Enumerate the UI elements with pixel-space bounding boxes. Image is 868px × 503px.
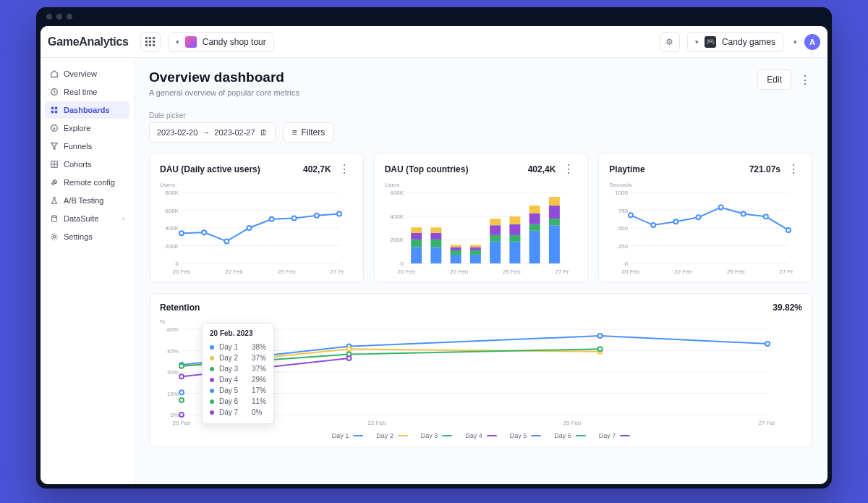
clock-icon (50, 88, 59, 96)
browser-frame: GameAnalytics ▾ Candy shop tour ⚙ ▾ 🎮 Ca… (36, 7, 832, 489)
svg-text:1000: 1000 (616, 190, 629, 196)
svg-rect-51 (450, 255, 461, 263)
sidebar-item-cohorts[interactable]: Cohorts (45, 156, 129, 173)
tooltip-title: 20 Feb. 2023 (210, 329, 266, 337)
sidebar-item-label: Real time (64, 88, 97, 96)
tooltip-dot (210, 345, 214, 350)
svg-rect-46 (411, 227, 422, 233)
card-more-button[interactable]: ⋮ (560, 162, 577, 176)
tooltip-label: Day 4 (219, 374, 247, 385)
legend-item[interactable]: Day 4 (465, 432, 497, 439)
game-selector[interactable]: ▾ Candy shop tour (168, 32, 274, 52)
svg-rect-2 (55, 107, 57, 109)
svg-rect-47 (430, 247, 441, 263)
svg-rect-64 (509, 235, 520, 242)
legend-swatch (442, 435, 452, 436)
svg-rect-59 (490, 242, 501, 263)
tooltip-row: Day 337% (210, 363, 266, 374)
game-name: Candy shop tour (203, 37, 266, 47)
legend-item[interactable]: Day 5 (510, 432, 542, 439)
svg-text:22 Feb: 22 Feb (450, 269, 468, 275)
svg-rect-71 (549, 225, 560, 263)
legend-item[interactable]: Day 1 (332, 432, 364, 439)
org-selector[interactable]: ▾ 🎮 Candy games (687, 32, 783, 52)
card-more-button[interactable]: ⋮ (336, 162, 353, 176)
page-more-button[interactable]: ⋮ (797, 73, 813, 87)
sidebar-item-a-b-testing[interactable]: A/B Testing (45, 192, 129, 209)
svg-point-116 (346, 347, 351, 351)
card-more-button[interactable]: ⋮ (785, 162, 802, 176)
svg-rect-68 (529, 224, 540, 231)
gear-icon (50, 232, 59, 241)
svg-text:27 Feb: 27 Feb (780, 269, 793, 275)
date-from: 2023-02-20 (157, 128, 197, 137)
svg-point-122 (346, 356, 351, 360)
tooltip-row: Day 611% (210, 396, 266, 407)
legend-item[interactable]: Day 7 (599, 432, 631, 439)
svg-rect-69 (529, 214, 540, 224)
tooltip-row: Day 138% (210, 342, 266, 352)
sidebar-item-remote-config[interactable]: Remote config (45, 174, 129, 191)
home-icon (50, 69, 59, 78)
svg-text:22 Feb: 22 Feb (675, 269, 693, 275)
legend-item[interactable]: Day 3 (421, 432, 453, 439)
settings-button[interactable]: ⚙ (660, 32, 680, 52)
card-value: 721.07s (749, 164, 780, 174)
tooltip-value: 37% (252, 352, 266, 363)
svg-rect-74 (549, 197, 560, 206)
funnel-icon (50, 142, 59, 151)
svg-rect-52 (450, 250, 461, 255)
svg-point-23 (179, 231, 184, 235)
svg-rect-61 (490, 225, 501, 235)
filters-button[interactable]: ≡ Filters (283, 122, 335, 143)
svg-rect-57 (470, 247, 481, 250)
user-avatar[interactable]: A (804, 34, 820, 50)
card-value: 402,7K (303, 164, 331, 174)
svg-text:500: 500 (618, 225, 629, 232)
tooltip-dot (210, 378, 214, 382)
card-value: 402,4K (528, 164, 556, 174)
app-switcher-button[interactable] (140, 32, 161, 52)
sidebar-item-settings[interactable]: Settings (45, 228, 129, 245)
legend-swatch (531, 435, 541, 436)
sidebar-item-dashboards[interactable]: Dashboards (45, 101, 129, 119)
card-value: 39.82% (773, 303, 802, 313)
tooltip-value: 29% (252, 374, 266, 385)
svg-rect-66 (509, 216, 520, 224)
svg-point-26 (247, 226, 251, 230)
chart-y-unit: Seconds (609, 182, 802, 188)
svg-text:0: 0 (176, 261, 179, 267)
sidebar-item-overview[interactable]: Overview (45, 65, 129, 83)
svg-text:25 Feb: 25 Feb (563, 420, 582, 426)
legend-item[interactable]: Day 6 (554, 432, 586, 439)
svg-text:27 Feb: 27 Feb (331, 269, 344, 275)
legend-swatch (487, 435, 497, 436)
tooltip-row: Day 70% (210, 407, 266, 418)
date-range-picker[interactable]: 2023-02-20 → 2023-02-27 🗓 (149, 122, 276, 143)
page-subtitle: A general overview of popular core metri… (149, 88, 299, 97)
legend-item[interactable]: Day 2 (376, 432, 408, 439)
sidebar-item-datasuite[interactable]: DataSuite› (45, 210, 129, 227)
calendar-icon: 🗓 (260, 128, 268, 137)
window-titlebar (36, 7, 832, 26)
legend-label: Day 2 (376, 432, 393, 439)
sidebar-item-explore[interactable]: Explore (45, 119, 129, 137)
sidebar-item-label: Cohorts (64, 160, 92, 169)
svg-rect-56 (470, 250, 481, 255)
page-title: Overview dashboard (149, 69, 299, 85)
svg-text:45%: 45% (167, 348, 179, 355)
svg-point-113 (598, 334, 603, 338)
edit-button[interactable]: Edit (757, 69, 791, 90)
sidebar-item-real-time[interactable]: Real time (45, 83, 129, 101)
brand-logo: GameAnalytics (48, 35, 129, 48)
svg-rect-54 (450, 245, 461, 247)
svg-point-93 (719, 206, 723, 210)
svg-text:15%: 15% (167, 391, 179, 397)
svg-rect-65 (509, 224, 520, 235)
tooltip-value: 38% (252, 342, 266, 352)
svg-text:27 Feb: 27 Feb (555, 269, 568, 275)
date-picker-label: Date picker (149, 111, 276, 119)
svg-text:25 Feb: 25 Feb (278, 269, 296, 275)
sidebar-item-funnels[interactable]: Funnels (45, 138, 129, 155)
main-content: Overview dashboard A general overview of… (135, 58, 827, 484)
